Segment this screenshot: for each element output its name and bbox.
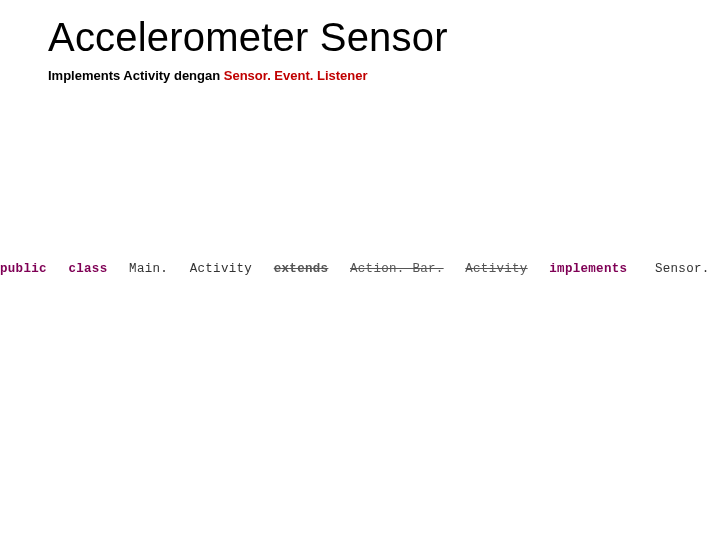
subtitle-highlight: Sensor. Event. Listener [224, 68, 368, 83]
class-name-main: Main. [129, 262, 168, 276]
extends-actionbar-strike: Action. Bar. [350, 262, 444, 276]
class-name-activity: Activity [190, 262, 252, 276]
slide-subtitle: Implements Activity dengan Sensor. Event… [48, 68, 368, 83]
slide-title: Accelerometer Sensor [48, 15, 448, 60]
extends-activity-strike: Activity [465, 262, 527, 276]
impl-sensor: Sensor. [655, 262, 710, 276]
keyword-implements: implements [549, 262, 627, 276]
keyword-public: public [0, 262, 47, 276]
keyword-extends-strike: extends [274, 262, 329, 276]
code-line: public class Main. Activity extends Acti… [0, 262, 720, 276]
subtitle-prefix: Implements Activity dengan [48, 68, 224, 83]
keyword-class: class [68, 262, 107, 276]
slide: Accelerometer Sensor Implements Activity… [0, 0, 720, 540]
